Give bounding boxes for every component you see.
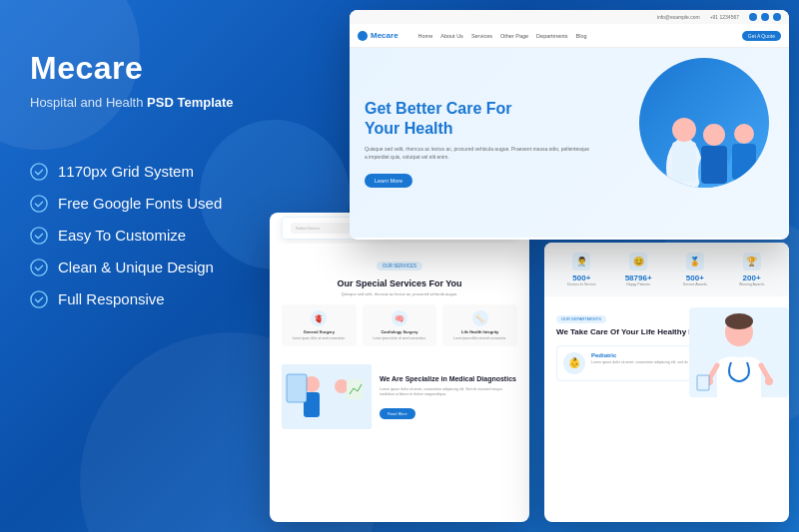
stat-winning: 🏆 200+ Winning Awards: [726, 253, 777, 286]
screenshots-area: info@example.com +91 1234567 Mecare Home…: [270, 10, 789, 522]
dept-doctor-svg: [689, 307, 789, 397]
feature-grid-label: 1170px Grid System: [58, 163, 194, 180]
hero-title-line1: Get Better Care For: [365, 100, 512, 117]
service-card-3: 🦴 Life Health Integrity Lorem ipsum dolo…: [442, 304, 517, 346]
mock-get-quote-btn[interactable]: Get A Quote: [742, 31, 781, 41]
svg-point-12: [734, 124, 754, 144]
service-desc-2: Lorem ipsum dolor sit amet consectetur.: [367, 336, 433, 340]
stat-label-doctors: Doctors In Service: [556, 282, 607, 286]
check-icon-grid: [30, 163, 48, 181]
service-desc-1: Lorem ipsum dolor sit amet consectetur.: [286, 336, 353, 340]
screenshot-services: Select Doctor Select Department Submit N…: [270, 213, 529, 522]
mock-specialize-section: We Are Specialize in Medical Diagnostics…: [270, 356, 529, 437]
feature-customize-label: Easy To Customize: [58, 227, 186, 244]
svg-rect-18: [335, 393, 349, 415]
check-icon-responsive: [30, 290, 48, 308]
mock-contact-bar: info@example.com +91 1234567: [350, 10, 789, 24]
mock-navbar: Mecare Home About Us Services Other Page…: [350, 24, 789, 48]
feature-grid: 1170px Grid System: [30, 163, 270, 181]
services-title: Our Special Services For You: [282, 278, 517, 288]
feature-responsive: Full Responsive: [30, 290, 270, 308]
stat-label-patients: Happy Patients: [613, 282, 664, 286]
brand-subtitle: Hospital and Health PSD Template: [30, 93, 270, 113]
mock-logo-text: Mecare: [371, 31, 399, 40]
feature-design: Clean & Unique Design: [30, 259, 270, 276]
mock-hero-description: Quisque sed velit, rhoncus ac lectus ac,…: [365, 145, 590, 161]
stat-icon-awards: 🏅: [686, 253, 704, 270]
mock-spec-text: We Are Specialize in Medical Diagnostics…: [380, 374, 517, 420]
screenshot-stats-dept: 👨‍⚕️ 500+ Doctors In Service 😊 58796+ Ha…: [544, 243, 789, 522]
svg-rect-26: [697, 375, 709, 390]
mock-spec-btn[interactable]: Read More: [380, 408, 415, 419]
features-list: 1170px Grid System Free Google Fonts Use…: [30, 163, 270, 308]
svg-point-9: [703, 124, 725, 146]
stat-icon-patients: 😊: [629, 253, 647, 270]
service-icon-3: 🦴: [472, 310, 488, 326]
mock-social-icons: [749, 13, 781, 21]
service-card-1: 🫀 General Surgery Lorem ipsum dolor sit …: [282, 304, 357, 346]
feature-fonts-label: Free Google Fonts Used: [58, 195, 222, 212]
svg-point-23: [725, 313, 753, 329]
stat-icon-doctors: 👨‍⚕️: [572, 253, 590, 270]
mock-hero-btn[interactable]: Learn More: [365, 174, 412, 188]
service-name-1: General Surgery: [286, 329, 353, 334]
service-desc-3: Lorem ipsum dolor sit amet consectetur.: [446, 336, 513, 340]
service-name-3: Life Health Integrity: [446, 329, 513, 334]
stat-label-awards: Service Awards: [670, 282, 721, 286]
nav-link-dept: Departments: [536, 33, 568, 39]
mock-logo-icon: [358, 31, 368, 41]
hero-title-line2: Your Health: [365, 120, 453, 137]
social-icon-1: [749, 13, 757, 21]
brand-subtitle-bold: PSD Template: [147, 95, 233, 110]
check-icon-design: [30, 259, 48, 276]
services-grid: 🫀 General Surgery Lorem ipsum dolor sit …: [282, 304, 517, 346]
stat-number-winning: 200+: [726, 273, 777, 282]
service-card-2: 🧠 Cardiology Surgery Lorem ipsum dolor s…: [363, 304, 437, 346]
svg-point-1: [31, 195, 47, 211]
svg-point-2: [31, 227, 47, 243]
mock-spec-title: We Are Specialize in Medical Diagnostics: [380, 374, 517, 383]
stat-number-doctors: 500+: [556, 273, 607, 282]
brand-title: Mecare: [30, 50, 270, 87]
feature-responsive-label: Full Responsive: [58, 290, 165, 307]
brand-subtitle-plain: Hospital and Health: [30, 95, 147, 110]
doctor-illustration: [639, 58, 769, 188]
nav-link-services: Services: [471, 33, 492, 39]
svg-point-4: [31, 290, 47, 306]
mock-hero-image: [578, 48, 789, 238]
service-name-2: Cardiology Surgery: [367, 329, 433, 334]
left-panel: Mecare Hospital and Health PSD Template …: [30, 50, 270, 322]
screenshot-hero: info@example.com +91 1234567 Mecare Home…: [350, 10, 789, 240]
mock-stats-section: 👨‍⚕️ 500+ Doctors In Service 😊 58796+ Ha…: [544, 243, 789, 296]
stat-number-patients: 58796+: [613, 273, 664, 282]
stat-label-winning: Winning Awards: [726, 282, 777, 286]
specialize-illustration: [282, 364, 372, 429]
mock-hero-text: Get Better Care For Your Health Quisque …: [365, 99, 590, 188]
mock-spec-image: [282, 364, 372, 429]
doctor-bg-circle: [639, 58, 769, 188]
mock-nav-links: Home About Us Services Other Page Depart…: [418, 33, 587, 39]
stat-number-awards: 500+: [670, 273, 721, 282]
mock-phone: +91 1234567: [710, 14, 739, 20]
svg-point-6: [672, 118, 696, 142]
feature-design-label: Clean & Unique Design: [58, 259, 214, 275]
mock-spec-desc: Lorem ipsum dolor sit amet, consectetur …: [380, 387, 517, 398]
check-icon-fonts: [30, 195, 48, 213]
social-icon-2: [761, 13, 769, 21]
mock-dept-section: OUR DEPARTMENTS We Take Care Of Your Lif…: [544, 296, 789, 397]
dept-tag: OUR DEPARTMENTS: [556, 315, 606, 323]
svg-rect-7: [672, 142, 696, 182]
social-icon-3: [773, 13, 781, 21]
stat-doctors: 👨‍⚕️ 500+ Doctors In Service: [556, 253, 607, 286]
service-icon-2: 🧠: [392, 310, 407, 326]
check-icon-customize: [30, 227, 48, 245]
stat-patients: 😊 58796+ Happy Patients: [613, 253, 664, 286]
services-tag: OUR SERVICES: [377, 262, 422, 270]
stat-awards: 🏅 500+ Service Awards: [670, 253, 721, 286]
mock-hero-section: Get Better Care For Your Health Quisque …: [350, 48, 789, 238]
dept-doctor-image: [689, 307, 789, 397]
nav-link-home: Home: [418, 33, 433, 39]
svg-rect-13: [732, 144, 756, 180]
mock-logo: Mecare: [358, 31, 399, 41]
mock-hero-title: Get Better Care For Your Health: [365, 99, 590, 139]
